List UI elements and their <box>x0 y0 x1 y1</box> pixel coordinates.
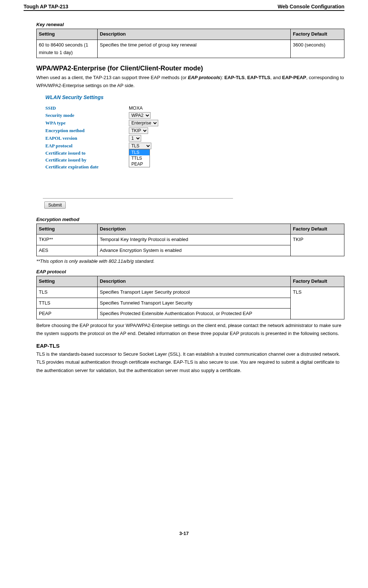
encryption-method-table: Setting Description Factory Default TKIP… <box>36 224 344 256</box>
eap-protocol-label: EAP protocol <box>45 143 129 149</box>
th-desc: Description <box>98 29 291 40</box>
key-renewal-label: Key renewal <box>36 22 344 27</box>
wpa-heading: WPA/WPA2-Enterprise (for Client/Client-R… <box>36 65 344 72</box>
ssid-label: SSID <box>45 105 129 111</box>
dropdown-option-ttls[interactable]: TTLS <box>129 155 150 161</box>
eapol-version-label: EAPOL version <box>45 135 129 141</box>
encryption-footnote: **This option is only available with 802… <box>36 258 344 264</box>
header-left: Tough AP TAP-213 <box>24 4 68 9</box>
cert-issued-by-label: Certificate issued by <box>45 157 129 163</box>
encryption-select[interactable]: TKIP <box>129 127 148 134</box>
eap-protocol-table: Setting Description Factory Default TLS … <box>36 276 344 319</box>
eap-protocol-table-label: EAP protocol <box>36 269 344 274</box>
eapol-version-select[interactable]: 1 <box>129 135 141 142</box>
eap-protocol-dropdown[interactable]: TLS TTLS PEAP <box>129 149 150 167</box>
cert-expiration-label: Certificate expiration date <box>45 164 140 170</box>
security-mode-select[interactable]: WPA2 <box>129 112 151 119</box>
table-row: TLS Specifies Transport Layer Security p… <box>37 287 344 298</box>
key-renewal-table: Setting Description Factory Default 60 t… <box>36 29 344 58</box>
dropdown-option-tls[interactable]: TLS <box>129 150 150 155</box>
panel-title: WLAN Security Settings <box>45 94 240 100</box>
eap-tls-heading: EAP-TLS <box>36 343 344 349</box>
wpa-intro: When used as a client, the TAP-213 can s… <box>36 74 344 90</box>
wpa-type-label: WPA type <box>45 120 129 126</box>
wlan-settings-panel: WLAN Security Settings SSID MOXA Securit… <box>36 94 240 209</box>
divider <box>43 198 233 199</box>
cert-issued-to-label: Certificate issued to <box>45 150 129 156</box>
encryption-label: Encryption method <box>45 128 129 134</box>
encryption-method-label: Encryption method <box>36 217 344 222</box>
eap-note: Before choosing the EAP protocol for you… <box>36 322 344 338</box>
ssid-value: MOXA <box>129 105 143 111</box>
security-mode-label: Security mode <box>45 113 129 118</box>
th-setting: Setting <box>37 29 98 40</box>
table-row: 60 to 86400 seconds (1 minute to 1 day) … <box>37 40 344 58</box>
header-right: Web Console Configuration <box>278 4 344 9</box>
page-number: 3-17 <box>24 531 344 536</box>
eap-tls-text: TLS is the standards-based successor to … <box>36 350 344 374</box>
wpa-type-select[interactable]: Enterprise <box>129 120 158 126</box>
eap-protocol-select[interactable]: TLS <box>129 143 151 149</box>
th-default: Factory Default <box>291 29 344 40</box>
table-row: TKIP** Temporal Key Integrity Protocol i… <box>37 234 344 245</box>
page-header: Tough AP TAP-213 Web Console Configurati… <box>24 4 344 11</box>
dropdown-option-peap[interactable]: PEAP <box>129 161 150 167</box>
submit-button[interactable]: Submit <box>44 201 66 209</box>
